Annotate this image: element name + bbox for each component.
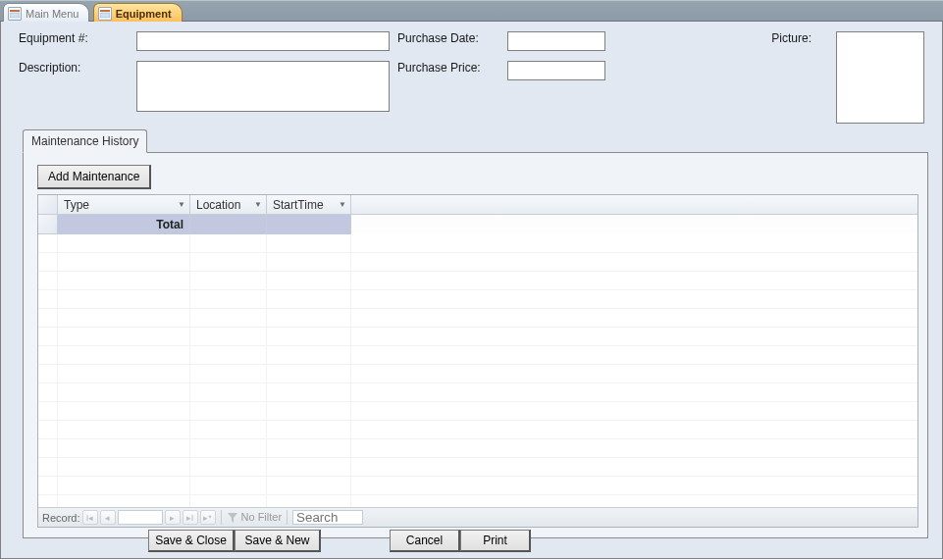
- chevron-down-icon: ▼: [178, 200, 185, 209]
- picture-box[interactable]: [836, 31, 924, 124]
- picture-label: Picture:: [771, 31, 812, 45]
- equipment-no-input[interactable]: [136, 31, 390, 51]
- nav-search-input[interactable]: [292, 510, 363, 525]
- purchase-date-input[interactable]: [507, 31, 605, 51]
- document-tab-strip: Main Menu Equipment: [0, 0, 943, 22]
- svg-rect-1: [10, 13, 20, 18]
- footer-buttons: Save & Close Save & New Cancel Print: [1, 530, 942, 552]
- subform-tab-maintenance-history[interactable]: Maintenance History: [23, 129, 147, 153]
- tab-main-menu[interactable]: Main Menu: [3, 3, 89, 23]
- nav-new-button[interactable]: ▸*: [200, 510, 216, 525]
- add-maintenance-button[interactable]: Add Maintenance: [37, 165, 151, 189]
- nav-separator: [221, 510, 222, 525]
- grid-body[interactable]: [38, 234, 917, 507]
- nav-prev-button[interactable]: ◂: [100, 510, 116, 525]
- funnel-icon: [227, 512, 238, 524]
- record-label: Record:: [42, 512, 80, 524]
- grid-header: Type ▼ Location ▼ StartTime ▼: [38, 195, 917, 215]
- subform-tab-wrap: Maintenance History: [23, 129, 147, 153]
- nav-separator: [287, 510, 288, 525]
- description-input[interactable]: [136, 61, 390, 112]
- nav-current-record[interactable]: [118, 510, 163, 525]
- subform-panel: Add Maintenance Type ▼ Location ▼ StartT…: [23, 152, 928, 538]
- equipment-no-label: Equipment #:: [19, 31, 136, 45]
- svg-rect-0: [10, 10, 20, 12]
- svg-rect-2: [100, 10, 110, 12]
- maintenance-grid: Type ▼ Location ▼ StartTime ▼ Total: [37, 194, 918, 528]
- form-icon: [8, 7, 22, 21]
- column-header-blank: [351, 195, 917, 214]
- total-label: Total: [58, 215, 190, 234]
- purchase-price-label: Purchase Price:: [390, 61, 507, 75]
- grid-total-row: Total: [38, 215, 917, 234]
- form-body: Equipment #: Purchase Date: Description:…: [0, 22, 943, 559]
- chevron-down-icon: ▼: [339, 200, 346, 209]
- record-navigator: Record: I◂ ◂ ▸ ▸I ▸* No Filter: [38, 507, 917, 527]
- nav-first-button[interactable]: I◂: [82, 510, 98, 525]
- tab-equipment[interactable]: Equipment: [93, 3, 183, 23]
- form-icon: [98, 7, 112, 21]
- column-header-type[interactable]: Type ▼: [58, 195, 190, 214]
- total-location-cell: [190, 215, 267, 234]
- filter-indicator[interactable]: No Filter: [227, 511, 283, 524]
- nav-next-button[interactable]: ▸: [165, 510, 181, 525]
- fields-area: Equipment #: Purchase Date: Description:…: [19, 31, 924, 125]
- description-label: Description:: [19, 61, 136, 75]
- row-selector[interactable]: [38, 215, 58, 233]
- column-header-location[interactable]: Location ▼: [190, 195, 267, 214]
- tab-main-menu-label: Main Menu: [26, 8, 79, 20]
- total-filler-cell: [351, 215, 917, 234]
- save-new-button[interactable]: Save & New: [235, 530, 321, 552]
- column-header-starttime-label: StartTime: [273, 198, 324, 212]
- save-close-button[interactable]: Save & Close: [148, 530, 235, 552]
- total-starttime-cell: [267, 215, 351, 234]
- svg-rect-3: [100, 13, 110, 18]
- tab-equipment-label: Equipment: [116, 8, 172, 20]
- column-header-location-label: Location: [196, 198, 240, 212]
- nav-last-button[interactable]: ▸I: [183, 510, 198, 525]
- purchase-price-input[interactable]: [507, 61, 605, 80]
- column-header-starttime[interactable]: StartTime ▼: [267, 195, 351, 214]
- cancel-button[interactable]: Cancel: [390, 530, 460, 552]
- column-header-type-label: Type: [64, 198, 89, 212]
- purchase-date-label: Purchase Date:: [390, 31, 507, 45]
- grid-select-all[interactable]: [38, 195, 58, 214]
- chevron-down-icon: ▼: [254, 200, 262, 209]
- print-button[interactable]: Print: [460, 530, 531, 552]
